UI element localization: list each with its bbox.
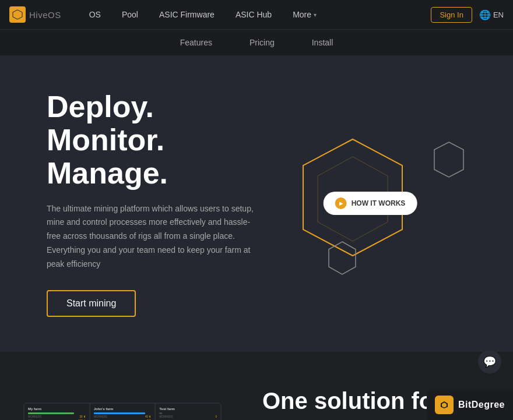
chevron-down-icon: ▾ bbox=[314, 12, 317, 18]
sub-nav-install[interactable]: Install bbox=[307, 36, 338, 50]
nav-right: Sign In 🌐 EN bbox=[431, 7, 504, 23]
nav-asic-hub[interactable]: ASIC Hub bbox=[226, 5, 281, 24]
hero-title: Deploy. Monitor. Manage. bbox=[47, 90, 262, 190]
bitdegree-icon bbox=[435, 396, 454, 414]
hero-description: The ultimate mining platform which allow… bbox=[47, 202, 262, 271]
play-icon: ▶ bbox=[335, 197, 347, 209]
farm-card-3: Test farm WORKERS0 $0.61 bbox=[156, 404, 220, 420]
svg-marker-1 bbox=[14, 11, 21, 18]
farm-name-1: My farm bbox=[28, 407, 86, 411]
logo[interactable]: HiveOS bbox=[9, 6, 61, 23]
hex-bottom bbox=[326, 239, 359, 279]
farm-name-3: Test farm bbox=[159, 407, 217, 411]
dashboard-mockup: My farm WORKERS30 ⬆ GPU187 ⬆ ETHASH4,510… bbox=[23, 403, 222, 420]
sub-nav-pricing[interactable]: Pricing bbox=[245, 36, 279, 50]
nav-more[interactable]: More ▾ bbox=[283, 5, 326, 24]
chat-icon: 💬 bbox=[483, 355, 496, 368]
sign-in-button[interactable]: Sign In bbox=[431, 7, 472, 23]
hero-content: Deploy. Monitor. Manage. The ultimate mi… bbox=[47, 90, 262, 317]
bitdegree-text: BitDegree bbox=[458, 400, 505, 410]
svg-marker-5 bbox=[329, 242, 356, 274]
nav-os[interactable]: OS bbox=[80, 5, 110, 24]
lang-selector[interactable]: 🌐 EN bbox=[479, 9, 504, 20]
farm-card-2: John's farm WORKERS45 ⬆ GPU305 ETHASH8,0… bbox=[90, 404, 155, 420]
dashboard-screenshots: My farm WORKERS30 ⬆ GPU187 ⬆ ETHASH4,510… bbox=[23, 403, 239, 420]
hero-section: Deploy. Monitor. Manage. The ultimate mi… bbox=[0, 55, 513, 352]
sub-nav: Features Pricing Install bbox=[0, 29, 513, 55]
logo-text: HiveOS bbox=[29, 10, 61, 20]
farm-card-1: My farm WORKERS30 ⬆ GPU187 ⬆ ETHASH4,510… bbox=[24, 404, 89, 420]
chat-bubble[interactable]: 💬 bbox=[478, 350, 501, 373]
sub-nav-features[interactable]: Features bbox=[175, 36, 217, 50]
logo-icon bbox=[9, 6, 26, 23]
hero-cta-button[interactable]: Start mining bbox=[47, 290, 136, 317]
globe-icon: 🌐 bbox=[479, 9, 491, 20]
nav-items: OS Pool ASIC Firmware ASIC Hub More ▾ bbox=[80, 5, 431, 24]
svg-marker-4 bbox=[434, 142, 463, 177]
main-nav: HiveOS OS Pool ASIC Firmware ASIC Hub Mo… bbox=[0, 0, 513, 29]
nav-asic-firmware[interactable]: ASIC Firmware bbox=[150, 5, 224, 24]
farm-name-2: John's farm bbox=[94, 407, 152, 411]
how-it-works-button[interactable]: ▶ HOW IT WORKS bbox=[324, 192, 417, 215]
bitdegree-badge[interactable]: BitDegree bbox=[427, 390, 513, 420]
hero-visual: ▶ HOW IT WORKS bbox=[262, 122, 478, 285]
nav-pool[interactable]: Pool bbox=[113, 5, 147, 24]
hex-small bbox=[431, 139, 466, 182]
